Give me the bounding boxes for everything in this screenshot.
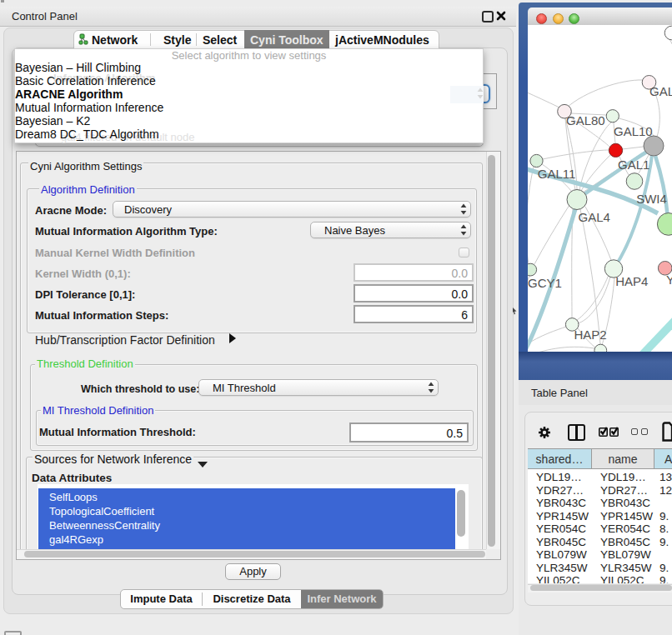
svg-text:GAL4: GAL4	[579, 210, 610, 224]
svg-text:SWI4: SWI4	[636, 192, 667, 206]
svg-text:GAL7: GAL7	[649, 84, 672, 98]
svg-text:GAL1: GAL1	[618, 158, 649, 172]
svg-text:GCY1: GCY1	[528, 276, 562, 290]
svg-text:HAP2: HAP2	[574, 328, 606, 342]
svg-text:HAP4: HAP4	[615, 274, 648, 288]
svg-text:Y: Y	[666, 272, 672, 287]
svg-text:GAL10: GAL10	[614, 124, 653, 138]
svg-text:GAL80: GAL80	[566, 113, 605, 128]
svg-text:GAL11: GAL11	[538, 167, 576, 181]
